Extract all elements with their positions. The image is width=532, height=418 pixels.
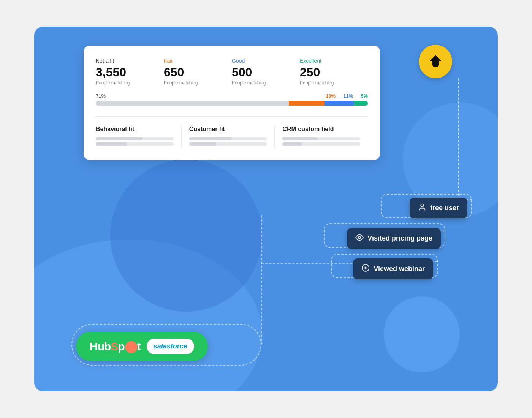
stat-sub-3: People matching [300, 80, 368, 86]
progress-bar [96, 101, 368, 106]
fit-bar-inner-1 [189, 137, 232, 140]
svg-point-1 [359, 236, 361, 239]
stat-number-0: 3,550 [96, 65, 164, 79]
stat-label-1: Fair [164, 58, 232, 64]
bar-segment-green [354, 101, 368, 106]
fit-crm: CRM custom field [274, 126, 368, 148]
main-container: Not a fit 3,550 People matching Fair 650… [34, 27, 498, 391]
play-icon [361, 264, 370, 274]
stat-fair: Fair 650 People matching [164, 58, 232, 86]
user-icon [418, 203, 426, 213]
fit-customer: Customer fit [181, 126, 275, 148]
stat-sub-1: People matching [164, 80, 232, 86]
progress-section: 71% 13% 11% 5% [96, 93, 368, 106]
stat-sub-0: People matching [96, 80, 164, 86]
stat-sub-2: People matching [232, 80, 300, 86]
integration-pill: HubSp⬤t salesforce [76, 332, 208, 361]
stat-number-1: 650 [164, 65, 232, 79]
bar-segment-gray [96, 101, 289, 106]
stats-row: Not a fit 3,550 People matching Fair 650… [96, 58, 368, 86]
tag-webinar-label: Viewed webinar [374, 265, 425, 273]
bar-segment-blue [324, 101, 354, 106]
fit-title-0: Behavioral fit [96, 126, 174, 133]
stat-number-2: 500 [232, 65, 300, 79]
fit-bar-inner-0b [96, 142, 127, 146]
fit-bar-2b [282, 142, 360, 146]
hubspot-logo: HubSp⬤t [90, 340, 141, 353]
salesforce-logo-container: salesforce [147, 339, 194, 354]
tag-free-user-label: free user [430, 204, 459, 212]
fit-row: Behavioral fit Customer fit CRM custom f [96, 126, 368, 148]
fit-bar-inner-2b [282, 142, 302, 146]
svg-point-0 [421, 204, 423, 207]
connector-pill-to-tags [261, 215, 262, 345]
pct-left: 71% [96, 93, 106, 99]
eye-icon [355, 233, 364, 244]
logo-badge [419, 45, 452, 78]
fit-title-2: CRM custom field [282, 126, 360, 133]
tag-pricing-label: Visited pricing page [367, 234, 432, 242]
svg-marker-3 [365, 266, 367, 269]
fit-bar-1 [189, 137, 267, 140]
pct-green: 5% [361, 93, 368, 99]
tag-pricing-page: Visited pricing page [347, 228, 441, 249]
salesforce-text: salesforce [154, 342, 187, 350]
bg-blob-4 [384, 296, 460, 372]
stat-excellent: Excellent 250 People matching [300, 58, 368, 86]
progress-pcts-right: 13% 11% 5% [326, 93, 368, 99]
fit-bar-inner-2 [282, 137, 317, 140]
tag-free-user: free user [410, 198, 467, 218]
stat-label-0: Not a fit [96, 58, 164, 64]
bar-segment-orange [289, 101, 324, 106]
tag-webinar: Viewed webinar [353, 258, 433, 279]
fit-behavioral: Behavioral fit [96, 126, 181, 148]
fit-bar-inner-1b [189, 142, 217, 146]
logo-icon [427, 53, 444, 70]
fit-title-1: Customer fit [189, 126, 267, 133]
analytics-card: Not a fit 3,550 People matching Fair 650… [84, 46, 380, 160]
bg-blob-2 [110, 160, 262, 312]
fit-bar-inner-0 [96, 137, 142, 140]
connector-vertical-1 [458, 78, 459, 200]
pct-blue: 11% [343, 93, 353, 99]
fit-bar-2 [282, 137, 360, 140]
pct-orange: 13% [326, 93, 336, 99]
stat-good: Good 500 People matching [232, 58, 300, 86]
fit-bar-0 [96, 137, 174, 140]
stat-not-a-fit: Not a fit 3,550 People matching [96, 58, 164, 86]
stat-label-2: Good [232, 58, 300, 64]
card-divider [96, 116, 368, 117]
stat-number-3: 250 [300, 65, 368, 79]
progress-labels: 71% 13% 11% 5% [96, 93, 368, 99]
fit-bar-0b [96, 142, 174, 146]
stat-label-3: Excellent [300, 58, 368, 64]
fit-bar-1b [189, 142, 267, 146]
